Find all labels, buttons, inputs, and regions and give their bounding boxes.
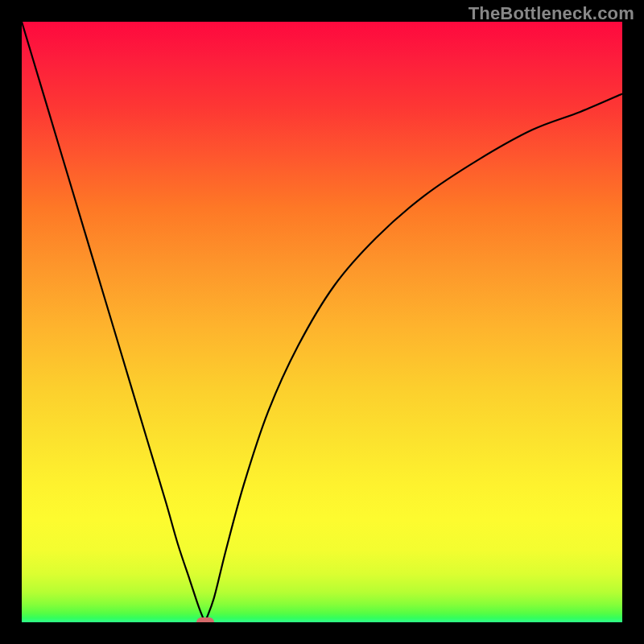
plot-area — [22, 22, 622, 622]
watermark-text: TheBottleneck.com — [469, 3, 634, 24]
curve-path — [22, 22, 622, 622]
chart-frame: TheBottleneck.com — [0, 0, 644, 644]
bottleneck-curve — [22, 22, 622, 622]
minimum-marker — [196, 617, 214, 622]
